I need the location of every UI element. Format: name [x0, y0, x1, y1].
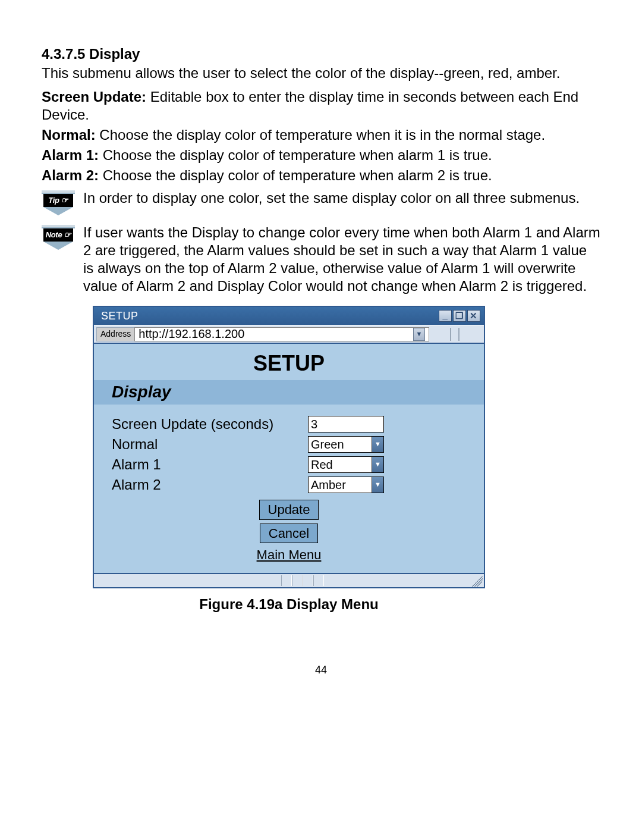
alarm2-value: Amber [311, 478, 346, 493]
alarm1-select[interactable]: Red ▼ [308, 456, 384, 473]
address-label: Address [96, 327, 134, 341]
window-content: SETUP Display Screen Update (seconds) 3 … [94, 343, 484, 573]
window-titlebar: SETUP _ ❐ ✕ [94, 307, 484, 325]
window-title: SETUP [101, 309, 439, 323]
address-value: http://192.168.1.200 [139, 327, 244, 341]
section-title: Display [89, 46, 140, 62]
row-alarm2: Alarm 2 Amber ▼ [112, 476, 466, 494]
normal-term: Normal: [42, 127, 96, 143]
alarm1-def: Choose the display color of temperature … [99, 147, 492, 163]
alarm1-label: Alarm 1 [112, 456, 308, 474]
throbber-icon [450, 328, 460, 341]
alarm2-description: Alarm 2: Choose the display color of tem… [42, 167, 600, 184]
address-toolbar: Address http://192.168.1.200 ▼ [94, 325, 484, 343]
note-icon: Note ☞ [42, 225, 75, 250]
row-normal: Normal Green ▼ [112, 435, 466, 453]
toolbar-spacer [429, 327, 482, 341]
screen-update-label: Screen Update (seconds) [112, 415, 308, 433]
alarm2-term: Alarm 2: [42, 167, 99, 183]
note-text: If user wants the Display to change colo… [83, 224, 600, 295]
screen-update-input[interactable]: 3 [308, 416, 384, 432]
tip-icon: Tip ☞ [42, 190, 75, 215]
tip-callout: Tip ☞ In order to display one color, set… [42, 189, 600, 215]
section-heading: 4.3.7.5 Display [42, 45, 600, 63]
note-callout: Note ☞ If user wants the Display to chan… [42, 224, 600, 295]
alarm2-def: Choose the display color of temperature … [99, 167, 492, 183]
main-menu-link[interactable]: Main Menu [257, 547, 322, 563]
chevron-down-icon[interactable]: ▼ [372, 457, 383, 472]
chevron-down-icon[interactable]: ▼ [372, 477, 383, 493]
alarm2-label: Alarm 2 [112, 476, 308, 494]
chevron-down-icon[interactable]: ▼ [372, 437, 383, 452]
window-statusbar [94, 573, 484, 587]
normal-select[interactable]: Green ▼ [308, 436, 384, 453]
normal-value: Green [311, 437, 344, 452]
tip-badge-label: Tip ☞ [43, 194, 73, 207]
alarm1-term: Alarm 1: [42, 147, 99, 163]
resize-grip-icon[interactable] [472, 576, 483, 587]
note-badge-label: Note ☞ [43, 228, 73, 242]
row-alarm1: Alarm 1 Red ▼ [112, 456, 466, 474]
alarm1-description: Alarm 1: Choose the display color of tem… [42, 146, 600, 164]
cancel-button[interactable]: Cancel [260, 524, 318, 544]
figure-caption: Figure 4.19a Display Menu [42, 595, 485, 613]
section-number: 4.3.7.5 [42, 46, 85, 62]
window-minimize-button[interactable]: _ [439, 310, 452, 322]
intro-paragraph: This submenu allows the user to select t… [42, 64, 600, 82]
tip-text: In order to display one color, set the s… [83, 189, 600, 207]
window-close-button[interactable]: ✕ [467, 310, 480, 322]
screen-update-description: Screen Update: Editable box to enter the… [42, 88, 600, 124]
screen-update-term: Screen Update: [42, 89, 146, 105]
normal-label: Normal [112, 435, 308, 453]
button-stack: Update Cancel Main Menu [112, 500, 466, 563]
address-dropdown-button[interactable]: ▼ [413, 328, 425, 341]
alarm1-value: Red [311, 457, 333, 472]
panel-heading: Display [94, 380, 484, 405]
update-button[interactable]: Update [259, 500, 319, 520]
window-maximize-button[interactable]: ❐ [453, 310, 466, 322]
normal-description: Normal: Choose the display color of temp… [42, 126, 600, 144]
page-title: SETUP [94, 344, 484, 380]
address-input[interactable]: http://192.168.1.200 ▼ [134, 327, 429, 341]
alarm2-select[interactable]: Amber ▼ [308, 477, 384, 493]
display-form: Screen Update (seconds) 3 Normal Green ▼ [94, 405, 484, 573]
page-number: 44 [42, 663, 600, 677]
screen-update-value: 3 [311, 417, 317, 432]
normal-def: Choose the display color of temperature … [96, 127, 545, 143]
row-screen-update: Screen Update (seconds) 3 [112, 415, 466, 433]
setup-window: SETUP _ ❐ ✕ Address http://192.168.1.200… [93, 306, 485, 588]
